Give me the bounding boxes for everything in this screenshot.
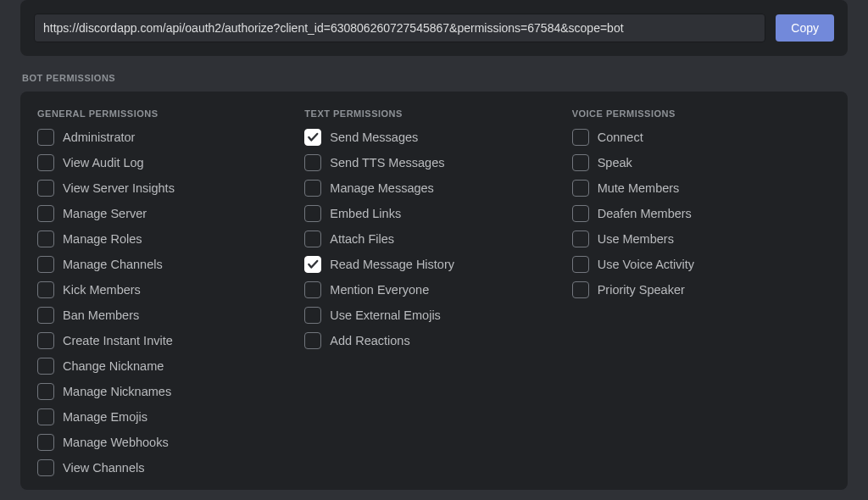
permission-label: Use Members (598, 232, 674, 246)
permission-label: Connect (598, 131, 643, 144)
checkbox[interactable] (37, 205, 54, 222)
permission-group-heading: Voice Permissions (572, 108, 831, 119)
permission-list: AdministratorView Audit LogView Server I… (37, 129, 296, 476)
permission-label: Use External Emojis (330, 308, 441, 322)
permission-item[interactable]: Change Nickname (37, 358, 296, 375)
checkbox-checked[interactable] (304, 256, 321, 273)
permission-item[interactable]: Manage Server (37, 205, 296, 222)
checkbox[interactable] (37, 408, 54, 425)
checkbox[interactable] (304, 231, 321, 247)
checkbox[interactable] (37, 383, 54, 400)
permission-item[interactable]: Manage Channels (37, 256, 296, 273)
checkbox[interactable] (304, 154, 321, 171)
permission-label: Read Message History (330, 258, 454, 271)
permission-label: Mute Members (598, 181, 680, 195)
permission-label: Manage Nicknames (63, 385, 171, 398)
permissions-card: General PermissionsAdministratorView Aud… (20, 92, 848, 490)
checkbox[interactable] (37, 154, 54, 171)
checkbox[interactable] (572, 231, 589, 247)
checkbox[interactable] (37, 231, 54, 247)
checkbox[interactable] (37, 256, 54, 273)
checkbox[interactable] (37, 459, 54, 476)
checkbox[interactable] (37, 129, 54, 146)
permission-group-heading: General Permissions (37, 108, 296, 119)
permission-group: Text PermissionsSend MessagesSend TTS Me… (304, 108, 563, 476)
permission-list: ConnectSpeakMute MembersDeafen MembersUs… (572, 129, 831, 298)
permission-item[interactable]: Send Messages (304, 129, 563, 146)
permission-item[interactable]: Deafen Members (572, 205, 831, 222)
checkbox[interactable] (304, 281, 321, 298)
permission-group-heading: Text Permissions (304, 108, 563, 119)
permission-item[interactable]: Attach Files (304, 231, 563, 247)
checkbox[interactable] (37, 358, 54, 375)
permission-item[interactable]: Connect (572, 129, 831, 146)
permission-item[interactable]: Add Reactions (304, 332, 563, 349)
permission-item[interactable]: View Audit Log (37, 154, 296, 171)
permission-label: Administrator (63, 131, 135, 144)
permission-label: Change Nickname (63, 359, 164, 373)
permission-label: Add Reactions (330, 334, 409, 347)
checkbox[interactable] (572, 281, 589, 298)
checkbox[interactable] (572, 205, 589, 222)
checkbox[interactable] (572, 256, 589, 273)
permission-label: Send TTS Messages (330, 156, 444, 169)
copy-button[interactable]: Copy (776, 14, 834, 42)
checkbox[interactable] (304, 307, 321, 324)
permission-item[interactable]: Mention Everyone (304, 281, 563, 298)
permission-label: View Audit Log (63, 156, 144, 169)
permission-label: Deafen Members (598, 207, 692, 220)
permission-label: Priority Speaker (598, 283, 685, 297)
permission-item[interactable]: Manage Roles (37, 231, 296, 247)
oauth-url-card: Copy (20, 0, 848, 56)
permission-label: Kick Members (63, 283, 141, 297)
oauth-url-input[interactable] (34, 14, 765, 42)
checkbox[interactable] (304, 180, 321, 197)
permission-label: Mention Everyone (330, 283, 429, 297)
permission-item[interactable]: Manage Nicknames (37, 383, 296, 400)
permission-label: Embed Links (330, 207, 401, 220)
permission-label: Manage Roles (63, 232, 142, 246)
permission-group: General PermissionsAdministratorView Aud… (37, 108, 296, 476)
permission-label: Use Voice Activity (598, 258, 694, 271)
permission-item[interactable]: Use Members (572, 231, 831, 247)
permission-item[interactable]: Manage Emojis (37, 408, 296, 425)
permission-item[interactable]: Send TTS Messages (304, 154, 563, 171)
permission-label: Ban Members (63, 308, 139, 322)
checkbox[interactable] (37, 434, 54, 451)
permission-item[interactable]: Ban Members (37, 307, 296, 324)
checkbox[interactable] (304, 205, 321, 222)
checkbox[interactable] (37, 281, 54, 298)
permission-label: Speak (598, 156, 632, 169)
permission-item[interactable]: Use External Emojis (304, 307, 563, 324)
permission-item[interactable]: Read Message History (304, 256, 563, 273)
permission-label: Attach Files (330, 232, 394, 246)
permission-item[interactable]: Speak (572, 154, 831, 171)
permission-item[interactable]: Administrator (37, 129, 296, 146)
permission-item[interactable]: Mute Members (572, 180, 831, 197)
checkbox[interactable] (37, 180, 54, 197)
permission-item[interactable]: Create Instant Invite (37, 332, 296, 349)
permission-label: View Server Insights (63, 181, 175, 195)
permission-list: Send MessagesSend TTS MessagesManage Mes… (304, 129, 563, 349)
permission-label: Manage Channels (63, 258, 163, 271)
checkbox[interactable] (37, 307, 54, 324)
permission-item[interactable]: Kick Members (37, 281, 296, 298)
permission-item[interactable]: Priority Speaker (572, 281, 831, 298)
permission-label: Send Messages (330, 131, 418, 144)
permission-item[interactable]: View Channels (37, 459, 296, 476)
permission-label: Manage Server (63, 207, 147, 220)
checkbox-checked[interactable] (304, 129, 321, 146)
permission-item[interactable]: Manage Messages (304, 180, 563, 197)
permission-group: Voice PermissionsConnectSpeakMute Member… (572, 108, 831, 476)
checkbox[interactable] (304, 332, 321, 349)
permission-item[interactable]: View Server Insights (37, 180, 296, 197)
permission-item[interactable]: Embed Links (304, 205, 563, 222)
permission-item[interactable]: Use Voice Activity (572, 256, 831, 273)
checkbox[interactable] (572, 154, 589, 171)
checkbox[interactable] (37, 332, 54, 349)
permission-item[interactable]: Manage Webhooks (37, 434, 296, 451)
permission-label: Manage Emojis (63, 410, 147, 424)
checkbox[interactable] (572, 129, 589, 146)
bot-permissions-heading: Bot Permissions (20, 73, 848, 83)
checkbox[interactable] (572, 180, 589, 197)
